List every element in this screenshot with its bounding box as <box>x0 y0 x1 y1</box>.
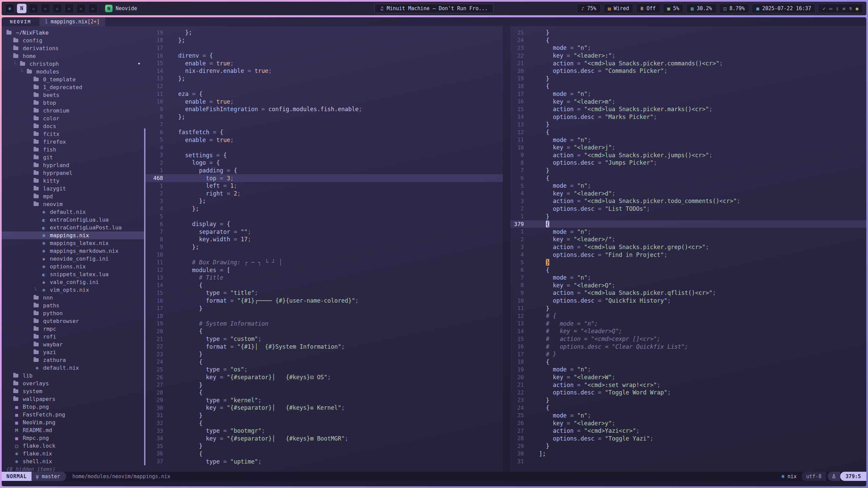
tree-item[interactable]: wallpapers <box>2 395 144 403</box>
code-line[interactable]: 11 } <box>510 304 866 312</box>
tree-item[interactable]: ❄mappings_markdown.nix <box>2 247 144 255</box>
code-line[interactable]: 25 mode = "n"; <box>510 412 866 420</box>
code-line[interactable]: 1 left = 1; <box>144 182 503 190</box>
code-line[interactable]: 11 # Box Drawing: ┌ ─ ┐ └ ┘ │ <box>144 259 503 266</box>
code-line[interactable]: 12 <box>144 82 503 90</box>
code-line[interactable]: 30 ]; <box>510 450 866 458</box>
tree-item[interactable]: waybar <box>2 341 144 348</box>
code-line[interactable]: 5 mode = "n"; <box>510 182 866 190</box>
code-line[interactable]: 25 type = "os"; <box>144 366 503 373</box>
code-line[interactable]: 21 action = "<cmd>lua Snacks.picker.comm… <box>510 59 866 67</box>
volume-module[interactable]: ♪75% <box>577 4 601 13</box>
code-line[interactable]: 29 type = "kernel"; <box>144 396 503 404</box>
code-line[interactable]: 10 enable = true; <box>144 98 503 105</box>
tree-item[interactable]: hyprland <box>2 161 144 169</box>
code-line[interactable]: 20 options.desc = "Commands Picker"; <box>510 67 866 75</box>
tree-item[interactable]: qutebrowser <box>2 317 144 325</box>
code-line[interactable]: 21 type = "custom"; <box>144 335 503 343</box>
tree-item[interactable]: mpd <box>2 192 144 200</box>
tree-item[interactable]: derivations <box>2 44 144 52</box>
code-line[interactable]: 27 action = "<cmd>Yazi<cr>"; <box>510 427 866 435</box>
code-line[interactable]: 18 }; <box>144 37 503 44</box>
code-line[interactable]: 8 key = "<leader>Q"; <box>510 282 866 289</box>
code-line[interactable]: 19 # System Information <box>144 320 503 328</box>
code-line[interactable]: 6 display = { <box>144 220 503 228</box>
code-line[interactable]: 23 mode = "n"; <box>510 44 866 52</box>
tree-item[interactable]: ❄shell.nix <box>2 458 144 465</box>
tree-item[interactable]: paths <box>2 302 144 309</box>
code-line[interactable]: 32 { <box>144 419 503 427</box>
code-line[interactable]: 19 mode = "n"; <box>510 366 866 373</box>
code-line[interactable]: 16 key = "<leader>m"; <box>510 98 866 105</box>
memory-module[interactable]: ▥30.2% <box>686 4 716 13</box>
tree-item[interactable]: ❄default.nix <box>2 208 144 216</box>
code-line[interactable]: 18 { <box>510 82 866 90</box>
code-line[interactable]: 36 { <box>144 450 503 458</box>
bell-icon[interactable]: ◉ <box>856 6 859 11</box>
tree-item[interactable]: ❄mappings.nix <box>2 231 144 239</box>
workspace-button-2[interactable]: N <box>17 4 26 13</box>
code-line[interactable]: 17 mode = "n"; <box>510 90 866 98</box>
code-line[interactable]: 24 { <box>510 404 866 412</box>
code-line[interactable]: 22 options.desc = "Toggle Word Wrap"; <box>510 389 866 396</box>
tree-item[interactable]: btop <box>2 99 144 107</box>
code-line[interactable]: 12 modules = [ <box>144 266 503 274</box>
code-line[interactable]: 27 } <box>144 381 503 389</box>
tree-item[interactable]: system <box>2 387 144 395</box>
code-line[interactable]: 24 { <box>510 37 866 44</box>
code-line[interactable]: 4 }; <box>144 205 503 213</box>
code-line[interactable]: 15 type = "title"; <box>144 289 503 297</box>
tree-item[interactable]: color <box>2 115 144 122</box>
code-line[interactable]: 25 } <box>510 29 866 37</box>
code-line[interactable]: 13 }; <box>144 75 503 83</box>
workspace-button-6[interactable]: ▫ <box>64 4 74 13</box>
code-line[interactable]: 26 key = "{#separator}│ {#keys}⊡ OS"; <box>144 373 503 381</box>
code-line[interactable]: 15 enable = true; <box>144 59 503 67</box>
code-line[interactable]: 9 }; <box>144 243 503 251</box>
tree-item[interactable]: firefox <box>2 138 144 146</box>
tree-item[interactable]: ◐extraConfigLua.lua <box>2 216 144 224</box>
tree-item[interactable]: └christoph• <box>2 60 144 68</box>
code-line[interactable]: 15 # action = "<cmd>cexpr []<cr>"; <box>510 335 866 343</box>
tree-item[interactable]: lib <box>2 372 144 380</box>
code-line[interactable]: 33 type = "bootmgr"; <box>144 427 503 435</box>
code-line[interactable]: 14 { <box>144 282 503 289</box>
tree-item[interactable]: MREADME.md <box>2 426 144 434</box>
tree-item[interactable]: ▦FastFetch.png <box>2 411 144 419</box>
code-line[interactable]: 26 key = "<leader>y"; <box>510 419 866 427</box>
tree-item[interactable]: overlays <box>2 380 144 387</box>
tree-item[interactable]: 0_template <box>2 76 144 83</box>
tree-item[interactable]: yazi <box>2 348 144 356</box>
code-line[interactable]: 22 format = "{#1}│ {#}System Information… <box>144 343 503 350</box>
network-module[interactable]: ▤Wired <box>604 4 634 13</box>
code-line[interactable]: 4 <box>144 144 503 151</box>
tree-item[interactable]: rmpc <box>2 325 144 333</box>
tree-item[interactable]: hyprpanel <box>2 169 144 177</box>
tree-item[interactable]: ▦Btop.png <box>2 403 144 411</box>
code-line[interactable]: 5 enable = true; <box>144 136 503 144</box>
code-line[interactable]: 16 direnv = { <box>144 52 503 60</box>
tree-item[interactable]: └modules <box>2 68 144 76</box>
code-line[interactable]: 7 } <box>510 167 866 175</box>
code-line[interactable]: 13 # mode = "n"; <box>510 320 866 328</box>
workspace-button-1[interactable]: ❄ <box>5 4 15 13</box>
code-line[interactable]: 9 action = "<cmd>lua Snacks.picker.jumps… <box>510 151 866 159</box>
disk-module[interactable]: ◫8.79% <box>719 4 749 13</box>
bluetooth-module[interactable]: ɃOff <box>636 4 660 13</box>
code-line[interactable]: 4 key = "<leader>d"; <box>510 189 866 197</box>
code-line[interactable]: 31 <box>510 458 866 465</box>
tree-item[interactable]: lazygit <box>2 185 144 192</box>
code-line[interactable]: 19 } <box>510 75 866 83</box>
command-line[interactable] <box>2 481 866 486</box>
tree-item[interactable]: fish <box>2 146 144 154</box>
code-line[interactable]: 28 options.desc = "Toggle Yazi"; <box>510 434 866 442</box>
media-player-widget[interactable]: ♫ Minuit Machine – Don't Run Fro... <box>374 4 493 13</box>
code-line[interactable]: 12 { <box>510 128 866 136</box>
tree-item[interactable]: config <box>2 37 144 44</box>
window-separator[interactable] <box>503 26 510 472</box>
tree-item[interactable]: docs <box>2 122 144 130</box>
tree-item[interactable]: neovim <box>2 200 144 208</box>
code-line[interactable]: 8 options.desc = "Jumps Picker"; <box>510 159 866 167</box>
code-line[interactable]: 10 options.desc = "Quickfix History"; <box>510 297 866 305</box>
code-line[interactable]: 1 } <box>510 212 866 220</box>
